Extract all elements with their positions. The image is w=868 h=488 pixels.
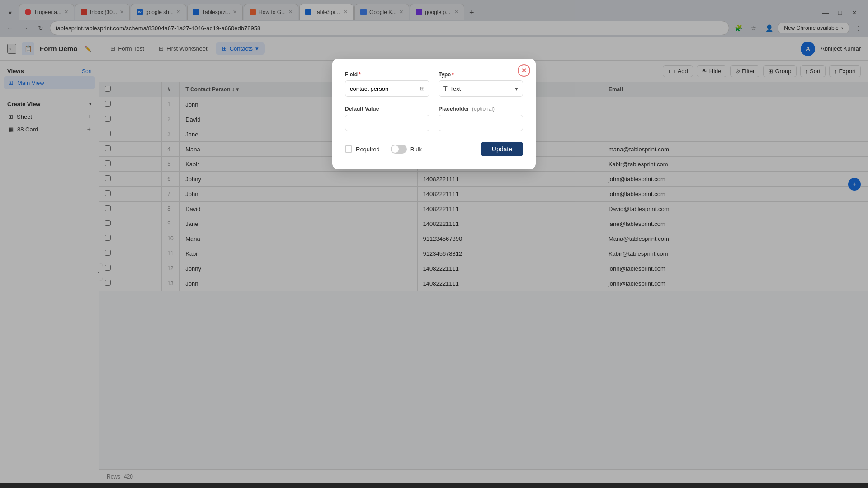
- type-select[interactable]: T Text ▾: [439, 80, 523, 97]
- modal-footer: Required Bulk Update: [345, 142, 523, 156]
- bulk-toggle-knob: [392, 145, 399, 153]
- modal-field-section: Field * ⊞: [345, 71, 429, 97]
- placeholder-label: Placeholder (optional): [439, 106, 523, 112]
- placeholder-optional-text: (optional): [472, 106, 495, 112]
- type-t-icon: T: [443, 85, 448, 92]
- field-edit-modal: ✕ Field * ⊞ Type * T: [332, 59, 536, 169]
- modal-placeholder-section: Placeholder (optional): [439, 106, 523, 131]
- placeholder-label-text: Placeholder: [439, 106, 469, 112]
- field-input[interactable]: [350, 85, 420, 92]
- field-input-wrapper[interactable]: ⊞: [345, 80, 429, 97]
- type-label-text: Type: [439, 71, 451, 78]
- update-button[interactable]: Update: [481, 142, 523, 156]
- type-chevron-icon: ▾: [515, 85, 518, 92]
- field-input-icon: ⊞: [420, 85, 425, 92]
- bulk-label: Bulk: [410, 146, 422, 153]
- bulk-toggle-container: Bulk: [391, 145, 422, 154]
- update-button-label: Update: [492, 145, 512, 153]
- type-label: Type *: [439, 71, 523, 78]
- field-required-star: *: [359, 71, 361, 78]
- modal-close-button[interactable]: ✕: [518, 64, 530, 77]
- required-checkbox-label[interactable]: Required: [345, 145, 380, 153]
- modal-field-type-row: Field * ⊞ Type * T Text ▾: [345, 71, 523, 97]
- default-value-input[interactable]: [345, 115, 429, 131]
- type-value: Text: [450, 85, 461, 92]
- modal-type-section: Type * T Text ▾: [439, 71, 523, 97]
- field-label: Field *: [345, 71, 429, 78]
- default-value-label-text: Default Value: [345, 106, 379, 112]
- required-label-text: Required: [356, 146, 380, 153]
- modal-default-placeholder-row: Default Value Placeholder (optional): [345, 106, 523, 131]
- modal-overlay: ✕ Field * ⊞ Type * T: [0, 0, 868, 488]
- field-label-text: Field: [345, 71, 358, 78]
- type-required-star: *: [452, 71, 454, 78]
- type-select-content: T Text: [443, 85, 461, 92]
- bulk-toggle[interactable]: [391, 145, 407, 154]
- placeholder-input[interactable]: [439, 115, 523, 131]
- default-value-label: Default Value: [345, 106, 429, 112]
- required-checkbox[interactable]: [345, 145, 352, 153]
- modal-default-section: Default Value: [345, 106, 429, 131]
